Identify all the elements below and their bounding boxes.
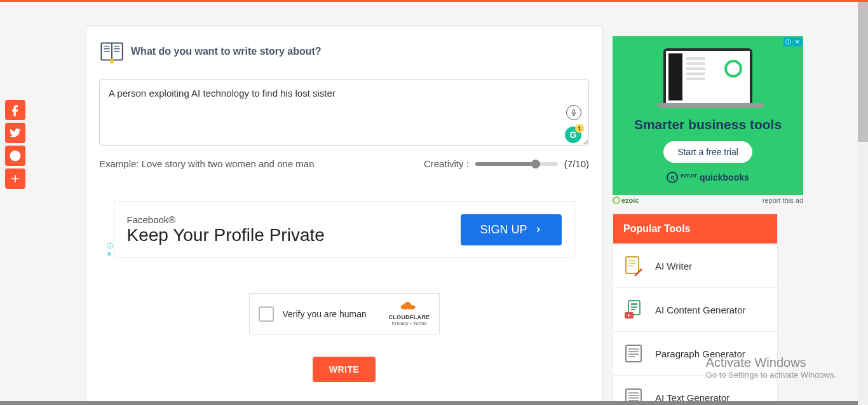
svg-rect-19 [631,309,635,310]
tool-paragraph-generator[interactable]: Paragraph Generator [613,331,777,375]
ad-marker-icon[interactable]: ⓘ✕ [107,242,113,257]
creativity-control: Creativity : (7/10) [424,158,589,169]
writer-icon [623,256,644,276]
tool-content-generator[interactable]: AI Content Generator [613,287,777,331]
ad-brand: Facebook® [127,214,325,225]
facebook-share-button[interactable] [5,100,25,120]
ad-close-icon[interactable]: ⓘ✕ [783,38,802,46]
svg-rect-18 [631,306,637,308]
inline-ad[interactable]: ⓘ✕ Facebook® Keep Your Profile Private S… [114,201,575,258]
grammarly-icon[interactable]: G [565,127,581,143]
quickbooks-logo: qINTUITquickbooks [667,172,749,183]
captcha-checkbox[interactable] [259,306,274,322]
example-text: Example: Love story with two women and o… [99,158,315,169]
svg-rect-8 [111,59,114,64]
creativity-label: Creativity : [424,158,469,169]
microphone-button[interactable] [566,105,581,120]
creativity-slider[interactable] [475,162,558,166]
popular-tools-panel: Popular Tools AI Writer AI Content Gener… [613,214,778,405]
popular-tools-header: Popular Tools [613,214,777,244]
more-share-button[interactable] [5,168,25,189]
ad-trial-button[interactable]: Start a free trial [663,141,752,163]
report-ad-link[interactable]: report this ad [763,196,803,204]
vertical-scrollbar[interactable] [858,2,868,405]
social-share-column [5,100,25,189]
ad-headline: Keep Your Profile Private [127,225,325,245]
ad-signup-button[interactable]: SIGN UP [461,214,561,245]
captcha-text: Verify you are human [283,309,380,319]
top-accent-bar [0,0,868,2]
svg-rect-22 [626,345,641,362]
creativity-value: (7/10) [564,158,589,169]
reddit-share-button[interactable] [5,146,25,166]
book-icon [99,39,125,64]
ad-footer: ezoic report this ad [613,195,803,205]
tool-text-generator[interactable]: AI Text Generator [613,375,777,405]
tool-ai-writer[interactable]: AI Writer [613,244,777,287]
captcha-widget: Verify you are human CLOUDFLARE Privacy … [249,293,440,334]
cloudflare-logo: CLOUDFLARE Privacy • Terms [389,301,430,326]
svg-rect-12 [626,257,639,273]
svg-rect-9 [573,110,575,114]
sidebar-ad[interactable]: ⓘ✕ Smarter business tools Start a free t… [613,36,803,195]
ad-title: Smarter business tools [634,117,782,132]
ezoic-logo[interactable]: ezoic [613,196,639,204]
write-button[interactable]: WRITE [313,357,376,382]
content-icon [623,299,644,320]
main-card: What do you want to write story about? G… [86,25,602,405]
paragraph-icon [623,343,644,364]
twitter-share-button[interactable] [5,123,25,143]
svg-rect-17 [631,303,637,305]
prompt-label: What do you want to write story about? [131,46,322,57]
horizontal-scrollbar[interactable] [0,401,858,405]
story-prompt-input[interactable] [99,79,589,146]
